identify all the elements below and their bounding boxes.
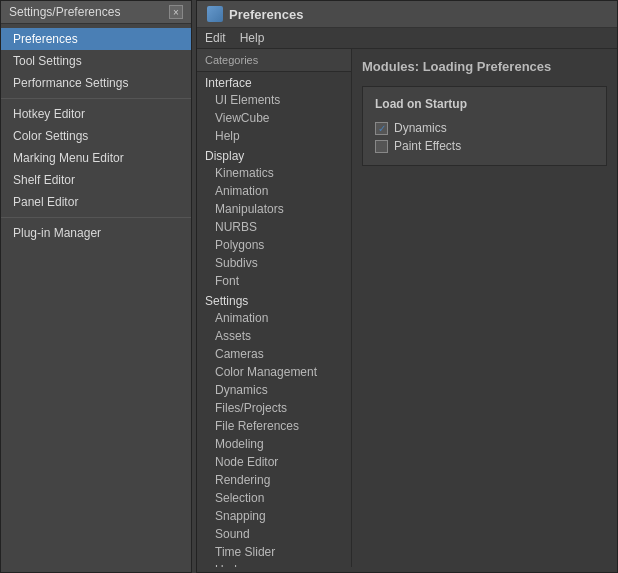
cat-item-color-management[interactable]: Color Management (197, 363, 351, 381)
left-item-tool-settings[interactable]: Tool Settings (1, 50, 191, 72)
categories-column: Categories InterfaceUI ElementsViewCubeH… (197, 49, 352, 567)
cat-item-undo[interactable]: Undo (197, 561, 351, 567)
menu-item-help[interactable]: Help (240, 31, 265, 45)
cat-group-settings[interactable]: Settings (197, 290, 351, 309)
left-item-marking-menu-editor[interactable]: Marking Menu Editor (1, 147, 191, 169)
checkbox-label-dynamics: Dynamics (394, 121, 447, 135)
cat-item-polygons[interactable]: Polygons (197, 236, 351, 254)
cat-item-animation[interactable]: Animation (197, 309, 351, 327)
cat-item-viewcube[interactable]: ViewCube (197, 109, 351, 127)
checkbox-dynamics[interactable] (375, 122, 388, 135)
checkbox-row-dynamics: Dynamics (375, 119, 594, 137)
categories-header: Categories (197, 49, 351, 72)
cat-item-snapping[interactable]: Snapping (197, 507, 351, 525)
cat-item-modeling[interactable]: Modeling (197, 435, 351, 453)
left-item-color-settings[interactable]: Color Settings (1, 125, 191, 147)
cat-group-interface[interactable]: Interface (197, 72, 351, 91)
preferences-icon (207, 6, 223, 22)
left-item-panel-editor[interactable]: Panel Editor (1, 191, 191, 213)
cat-item-dynamics[interactable]: Dynamics (197, 381, 351, 399)
right-panel: Preferences EditHelp Categories Interfac… (196, 0, 618, 573)
cat-item-files/projects[interactable]: Files/Projects (197, 399, 351, 417)
cat-item-sound[interactable]: Sound (197, 525, 351, 543)
cat-item-rendering[interactable]: Rendering (197, 471, 351, 489)
load-on-startup-section: Load on Startup DynamicsPaint Effects (362, 86, 607, 166)
menu-bar: EditHelp (197, 28, 617, 49)
cat-item-font[interactable]: Font (197, 272, 351, 290)
cat-item-subdivs[interactable]: Subdivs (197, 254, 351, 272)
checkbox-label-paint-effects: Paint Effects (394, 139, 461, 153)
close-button[interactable]: × (169, 5, 183, 19)
cat-item-selection[interactable]: Selection (197, 489, 351, 507)
cat-item-ui-elements[interactable]: UI Elements (197, 91, 351, 109)
checkbox-row-paint-effects: Paint Effects (375, 137, 594, 155)
section-title: Modules: Loading Preferences (362, 59, 607, 74)
left-panel-title: Settings/Preferences × (1, 1, 191, 24)
content-area: Categories InterfaceUI ElementsViewCubeH… (197, 49, 617, 567)
cat-item-file-references[interactable]: File References (197, 417, 351, 435)
left-item-performance-settings[interactable]: Performance Settings (1, 72, 191, 94)
cat-item-assets[interactable]: Assets (197, 327, 351, 345)
cat-item-manipulators[interactable]: Manipulators (197, 200, 351, 218)
cat-item-time-slider[interactable]: Time Slider (197, 543, 351, 561)
left-item-hotkey-editor[interactable]: Hotkey Editor (1, 103, 191, 125)
cat-item-kinematics[interactable]: Kinematics (197, 164, 351, 182)
main-content: Modules: Loading Preferences Load on Sta… (352, 49, 617, 567)
cat-group-display[interactable]: Display (197, 145, 351, 164)
left-panel: Settings/Preferences × PreferencesTool S… (0, 0, 192, 573)
left-panel-title-text: Settings/Preferences (9, 5, 120, 19)
left-item-preferences[interactable]: Preferences (1, 28, 191, 50)
cat-item-node-editor[interactable]: Node Editor (197, 453, 351, 471)
right-panel-title: Preferences (197, 1, 617, 28)
right-panel-title-text: Preferences (229, 7, 303, 22)
cat-item-help[interactable]: Help (197, 127, 351, 145)
checkbox-paint-effects[interactable] (375, 140, 388, 153)
menu-item-edit[interactable]: Edit (205, 31, 226, 45)
close-icon: × (173, 7, 179, 18)
left-item-plug-in-manager[interactable]: Plug-in Manager (1, 222, 191, 244)
cat-item-nurbs[interactable]: NURBS (197, 218, 351, 236)
left-item-shelf-editor[interactable]: Shelf Editor (1, 169, 191, 191)
left-panel-items: PreferencesTool SettingsPerformance Sett… (1, 24, 191, 248)
load-on-startup-title: Load on Startup (375, 97, 594, 111)
left-divider (1, 217, 191, 218)
cat-item-animation[interactable]: Animation (197, 182, 351, 200)
cat-item-cameras[interactable]: Cameras (197, 345, 351, 363)
left-divider (1, 98, 191, 99)
